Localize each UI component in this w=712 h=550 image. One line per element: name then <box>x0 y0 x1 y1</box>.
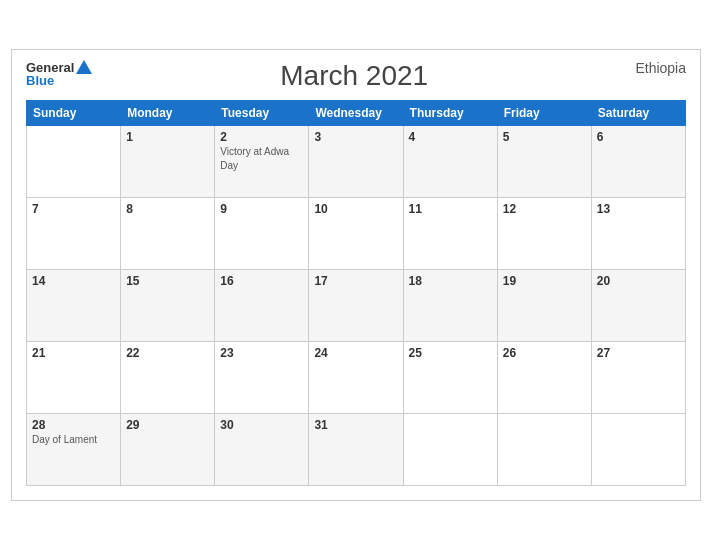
calendar-header-row: Sunday Monday Tuesday Wednesday Thursday… <box>27 101 686 126</box>
calendar-cell: 3 <box>309 126 403 198</box>
day-number: 13 <box>597 202 680 216</box>
day-number: 22 <box>126 346 209 360</box>
logo-blue-text: Blue <box>26 74 54 87</box>
col-friday: Friday <box>497 101 591 126</box>
calendar-cell: 22 <box>121 342 215 414</box>
logo-general-text: General <box>26 61 74 74</box>
day-number: 20 <box>597 274 680 288</box>
calendar-cell: 8 <box>121 198 215 270</box>
day-number: 29 <box>126 418 209 432</box>
day-number: 9 <box>220 202 303 216</box>
day-number: 8 <box>126 202 209 216</box>
calendar-cell: 19 <box>497 270 591 342</box>
day-number: 27 <box>597 346 680 360</box>
event-text: Victory at Adwa Day <box>220 146 289 171</box>
day-number: 14 <box>32 274 115 288</box>
calendar-cell: 4 <box>403 126 497 198</box>
col-saturday: Saturday <box>591 101 685 126</box>
event-text: Day of Lament <box>32 434 97 445</box>
day-number: 6 <box>597 130 680 144</box>
calendar-header: General Blue March 2021 Ethiopia <box>26 60 686 92</box>
day-number: 31 <box>314 418 397 432</box>
logo-triangle-icon <box>76 60 92 74</box>
calendar-cell: 31 <box>309 414 403 486</box>
calendar-cell: 9 <box>215 198 309 270</box>
calendar-cell: 27 <box>591 342 685 414</box>
day-number: 2 <box>220 130 303 144</box>
calendar-cell: 29 <box>121 414 215 486</box>
day-number: 10 <box>314 202 397 216</box>
day-number: 19 <box>503 274 586 288</box>
col-thursday: Thursday <box>403 101 497 126</box>
day-number: 28 <box>32 418 115 432</box>
calendar-week-4: 28Day of Lament293031 <box>27 414 686 486</box>
calendar-cell: 25 <box>403 342 497 414</box>
day-number: 23 <box>220 346 303 360</box>
calendar-cell: 7 <box>27 198 121 270</box>
calendar-cell: 18 <box>403 270 497 342</box>
calendar-grid: Sunday Monday Tuesday Wednesday Thursday… <box>26 100 686 486</box>
day-number: 7 <box>32 202 115 216</box>
calendar-week-0: 12Victory at Adwa Day3456 <box>27 126 686 198</box>
calendar-cell: 5 <box>497 126 591 198</box>
calendar-cell: 30 <box>215 414 309 486</box>
calendar-cell <box>591 414 685 486</box>
calendar-cell: 20 <box>591 270 685 342</box>
calendar-cell: 16 <box>215 270 309 342</box>
calendar-week-1: 78910111213 <box>27 198 686 270</box>
calendar-cell: 26 <box>497 342 591 414</box>
day-number: 24 <box>314 346 397 360</box>
calendar-cell <box>27 126 121 198</box>
calendar-week-2: 14151617181920 <box>27 270 686 342</box>
calendar-cell: 6 <box>591 126 685 198</box>
day-number: 18 <box>409 274 492 288</box>
col-sunday: Sunday <box>27 101 121 126</box>
day-number: 4 <box>409 130 492 144</box>
day-number: 11 <box>409 202 492 216</box>
day-number: 30 <box>220 418 303 432</box>
calendar-container: General Blue March 2021 Ethiopia Sunday … <box>11 49 701 501</box>
calendar-cell: 23 <box>215 342 309 414</box>
day-number: 26 <box>503 346 586 360</box>
calendar-cell: 13 <box>591 198 685 270</box>
calendar-cell <box>403 414 497 486</box>
col-wednesday: Wednesday <box>309 101 403 126</box>
calendar-cell: 2Victory at Adwa Day <box>215 126 309 198</box>
calendar-cell: 15 <box>121 270 215 342</box>
calendar-cell <box>497 414 591 486</box>
calendar-week-3: 21222324252627 <box>27 342 686 414</box>
calendar-cell: 1 <box>121 126 215 198</box>
calendar-cell: 24 <box>309 342 403 414</box>
calendar-cell: 14 <box>27 270 121 342</box>
calendar-cell: 21 <box>27 342 121 414</box>
logo-area: General Blue <box>26 60 92 87</box>
day-number: 21 <box>32 346 115 360</box>
day-number: 3 <box>314 130 397 144</box>
month-title: March 2021 <box>92 60 616 92</box>
calendar-cell: 12 <box>497 198 591 270</box>
day-number: 25 <box>409 346 492 360</box>
col-tuesday: Tuesday <box>215 101 309 126</box>
calendar-cell: 28Day of Lament <box>27 414 121 486</box>
day-number: 16 <box>220 274 303 288</box>
country-label: Ethiopia <box>616 60 686 76</box>
calendar-cell: 11 <box>403 198 497 270</box>
col-monday: Monday <box>121 101 215 126</box>
day-number: 12 <box>503 202 586 216</box>
calendar-cell: 17 <box>309 270 403 342</box>
day-number: 5 <box>503 130 586 144</box>
day-number: 1 <box>126 130 209 144</box>
day-number: 15 <box>126 274 209 288</box>
day-number: 17 <box>314 274 397 288</box>
calendar-cell: 10 <box>309 198 403 270</box>
